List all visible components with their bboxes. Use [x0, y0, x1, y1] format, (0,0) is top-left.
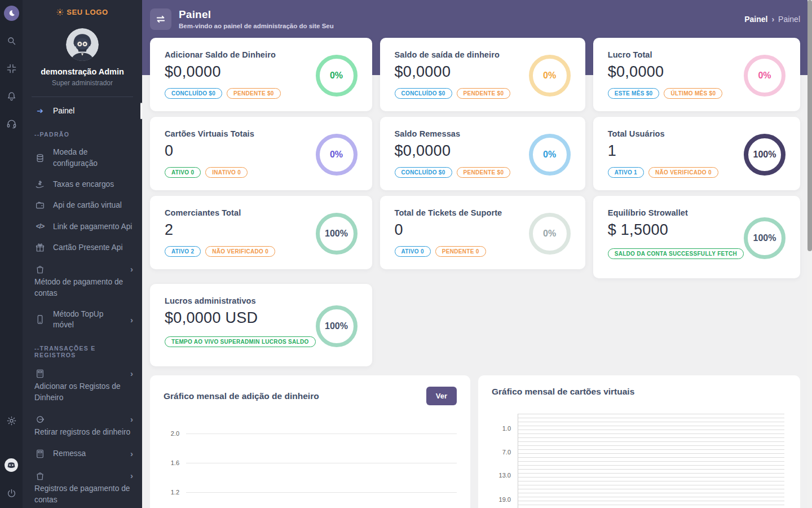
- y-axis-tick: 19.0: [492, 496, 511, 503]
- percent-ring: 0%: [316, 134, 358, 176]
- breadcrumb-home[interactable]: Painel: [744, 15, 767, 24]
- main-content: Painel Bem-vindo ao painel de administra…: [142, 0, 812, 508]
- search-button[interactable]: [6, 36, 17, 46]
- stat-card-tickets-suporte: Total de Tickets de Suporte 0 ATIVO 0 PE…: [380, 196, 585, 269]
- logout-button[interactable]: [6, 488, 17, 499]
- chart-plot-area: 1.0 7.0 13.0 19.0: [492, 414, 787, 508]
- stat-card-equilibrio-strowallet: Equilíbrio Strowallet $ 1,5000 SALDO DA …: [593, 196, 800, 278]
- percent-ring: 0%: [316, 55, 358, 97]
- section-label-padrao: --PADRÃO: [23, 121, 142, 142]
- moon-icon: [7, 9, 16, 17]
- chevron-right-icon: ›: [130, 448, 133, 459]
- scrollbar-track[interactable]: [807, 0, 812, 508]
- swap-arrows-icon: [155, 14, 166, 25]
- sidebar-toggle-button[interactable]: [150, 8, 171, 30]
- stat-card-comerciantes-total: Comerciantes Total 2 ATIVO 2 NÃO VERIFIC…: [150, 196, 372, 269]
- breadcrumb-current: Painel: [778, 15, 800, 24]
- calculator-icon: [34, 449, 46, 459]
- status-badge: ATIVO 0: [165, 167, 201, 178]
- percent-ring: 100%: [744, 134, 785, 176]
- sidebar-item-metodo-topup-movel[interactable]: Método TopUp móvel ›: [23, 304, 142, 336]
- status-badge: SALDO DA CONTA SUCCESSFULLY FETCH: [608, 248, 744, 259]
- chart-card-cartoes-virtuais: Gráfico mensal de cartões virtuais 1.0 7…: [478, 375, 800, 508]
- chart-title: Gráfico mensal de adição de dinheiro: [164, 391, 319, 401]
- sidebar-item-cartao-presente-api[interactable]: Cartão Presente Api: [23, 237, 142, 258]
- ver-button[interactable]: Ver: [426, 387, 457, 405]
- stat-card-grid: Adicionar Saldo de Dinheiro $0,0000 CONC…: [150, 38, 800, 366]
- user-name: demonstração Admin: [23, 67, 142, 76]
- sidebar-item-registros-pagamento-contas[interactable]: › Registros de pagamento de contas: [23, 465, 142, 508]
- status-badge: ATIVO 2: [165, 246, 201, 257]
- gridlines: [518, 414, 784, 508]
- calculator-icon: [34, 369, 46, 379]
- card-title: Saldo Remessas: [395, 129, 511, 138]
- sidebar-item-link-pagamento-api[interactable]: </> Link de pagamento Api: [23, 216, 142, 237]
- sidebar-item-moeda-configuracao[interactable]: Moeda de configuração: [23, 142, 142, 174]
- chart-plot-area: 2.0 1.6 1.2: [164, 419, 457, 507]
- card-value: $0,0000: [608, 63, 723, 81]
- percent-ring: 0%: [529, 55, 571, 97]
- scrollbar-thumb[interactable]: [807, 0, 812, 251]
- arrow-right-icon: ➔: [34, 106, 46, 116]
- page-title: Painel: [179, 8, 334, 21]
- card-title: Total de Tickets de Suporte: [395, 208, 502, 217]
- card-value: $0,0000: [395, 63, 511, 81]
- card-title: Cartões Virtuais Totais: [165, 129, 254, 138]
- card-title: Lucro Total: [608, 50, 723, 59]
- card-title: Adicionar Saldo de Dinheiro: [165, 50, 281, 59]
- card-title: Saldo de saída de dinheiro: [395, 50, 511, 59]
- status-badge: TEMPO AO VIVO SUPERADMIN LUCROS SALDO: [165, 336, 316, 347]
- sidebar-item-api-cartao-virtual[interactable]: Api de cartão virtual: [23, 195, 142, 216]
- search-icon: [6, 36, 17, 46]
- chevron-right-icon: ›: [130, 470, 133, 481]
- status-badge: INATIVO 0: [205, 167, 248, 178]
- sidebar-item-taxas-encargos[interactable]: Taxas e encargos: [23, 174, 142, 195]
- status-badge: CONCLUÍDO $0: [395, 167, 452, 178]
- card-value: $ 1,5000: [608, 221, 744, 239]
- status-badge: CONCLUÍDO $0: [395, 88, 452, 99]
- status-badge: ATIVO 1: [608, 167, 644, 178]
- percent-ring: 0%: [529, 134, 571, 176]
- sidebar-item-retirar-registros-dinheiro[interactable]: › Retirar registros de dinheiro: [23, 408, 142, 443]
- status-badge: ESTE MÊS $0: [608, 88, 660, 99]
- gridline: [186, 463, 457, 463]
- compress-icon: [6, 63, 17, 74]
- sidebar-item-label: Api de cartão virtual: [53, 200, 122, 211]
- app-window: SEU LOGO demonstração Admin Super admini…: [0, 0, 812, 508]
- percent-ring: 0%: [529, 213, 571, 255]
- shopping-bag-icon: [34, 471, 46, 481]
- sidebar-item-metodo-pagamento-contas[interactable]: › Método de pagamento de contas: [23, 258, 142, 304]
- status-badge: NÃO VERIFICADO 0: [648, 167, 718, 178]
- chevron-right-icon: ›: [130, 263, 133, 275]
- sidebar: SEU LOGO demonstração Admin Super admini…: [23, 0, 142, 508]
- compress-button[interactable]: [6, 63, 17, 74]
- card-title: Total Usuários: [608, 129, 718, 138]
- settings-button[interactable]: [6, 415, 17, 426]
- discord-button[interactable]: [4, 458, 19, 472]
- stat-card-saldo-remessas: Saldo Remessas $0,0000 CONCLUÍDO $0 PEND…: [380, 117, 585, 190]
- card-title: Comerciantes Total: [165, 208, 275, 217]
- sidebar-item-label: Remessa: [53, 448, 86, 459]
- brand-logo[interactable]: SEU LOGO: [23, 8, 142, 16]
- sidebar-item-label: Registros de pagamento de contas: [34, 483, 133, 505]
- gift-icon: [34, 243, 46, 253]
- sidebar-item-adicionar-registos-dinheiro[interactable]: › Adicionar os Registos de Dinheiro: [23, 362, 142, 408]
- phone-icon: [34, 314, 46, 325]
- chart-card-adicao-dinheiro: Gráfico mensal de adição de dinheiro Ver…: [150, 375, 470, 508]
- percent-ring: 100%: [316, 305, 358, 347]
- status-badge: NÃO VERIFICADO 0: [205, 246, 275, 257]
- y-axis-tick: 13.0: [492, 472, 511, 479]
- card-value: $0,0000 USD: [165, 309, 316, 327]
- withdraw-icon: [34, 414, 46, 424]
- status-badge: PENDENTE $0: [457, 167, 511, 178]
- support-button[interactable]: [6, 119, 17, 129]
- divider: [32, 97, 133, 97]
- dark-mode-toggle[interactable]: [4, 6, 19, 21]
- avatar: [66, 28, 99, 61]
- card-title: Equilíbrio Strowallet: [608, 208, 744, 217]
- sidebar-item-label: Cartão Presente Api: [53, 242, 122, 253]
- sidebar-item-painel[interactable]: ➔ Painel: [23, 100, 142, 121]
- notifications-button[interactable]: [6, 91, 17, 102]
- discord-icon: [4, 458, 19, 472]
- sidebar-item-remessa[interactable]: Remessa ›: [23, 443, 142, 465]
